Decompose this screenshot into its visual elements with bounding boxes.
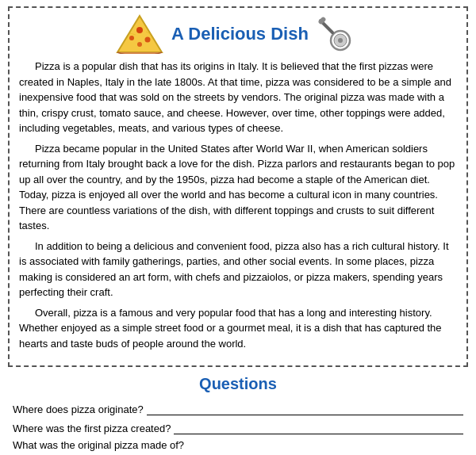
svg-point-9 — [338, 38, 343, 43]
pizza-slice-icon-left — [116, 14, 163, 54]
paragraph-3: In addition to being a delicious and con… — [19, 239, 457, 300]
paragraph-2: Pizza became popular in the United State… — [19, 141, 457, 234]
questions-title: Questions — [13, 375, 463, 393]
pizza-cutter-icon-right — [317, 17, 360, 52]
paragraph-1: Pizza is a popular dish that has its ori… — [19, 59, 457, 136]
question-text-1: Where does pizza originate? — [13, 403, 144, 415]
article-header: A Delicious Dish — [19, 14, 457, 54]
question-item-2: Where was the first pizza created? — [13, 420, 463, 434]
svg-point-3 — [145, 37, 151, 43]
page-wrapper: A Delicious Dish Pizza is a popular dish… — [0, 0, 476, 455]
article-body: Pizza is a popular dish that has its ori… — [19, 59, 457, 351]
answer-line-2[interactable] — [174, 420, 463, 434]
question-text-3: What was the original pizza made of? — [13, 439, 463, 451]
article-section: A Delicious Dish Pizza is a popular dish… — [8, 6, 468, 367]
answer-line-1[interactable] — [147, 401, 463, 415]
svg-point-4 — [137, 42, 142, 47]
svg-point-2 — [129, 36, 134, 40]
question-item-3: What was the original pizza made of? — [13, 439, 463, 455]
question-item-1: Where does pizza originate? — [13, 401, 463, 415]
svg-marker-0 — [117, 16, 162, 52]
svg-point-1 — [136, 27, 143, 33]
questions-section: Questions Where does pizza originate? Wh… — [8, 375, 468, 455]
question-text-2: Where was the first pizza created? — [13, 422, 171, 434]
paragraph-4: Overall, pizza is a famous and very popu… — [19, 305, 457, 352]
article-title: A Delicious Dish — [171, 24, 309, 44]
